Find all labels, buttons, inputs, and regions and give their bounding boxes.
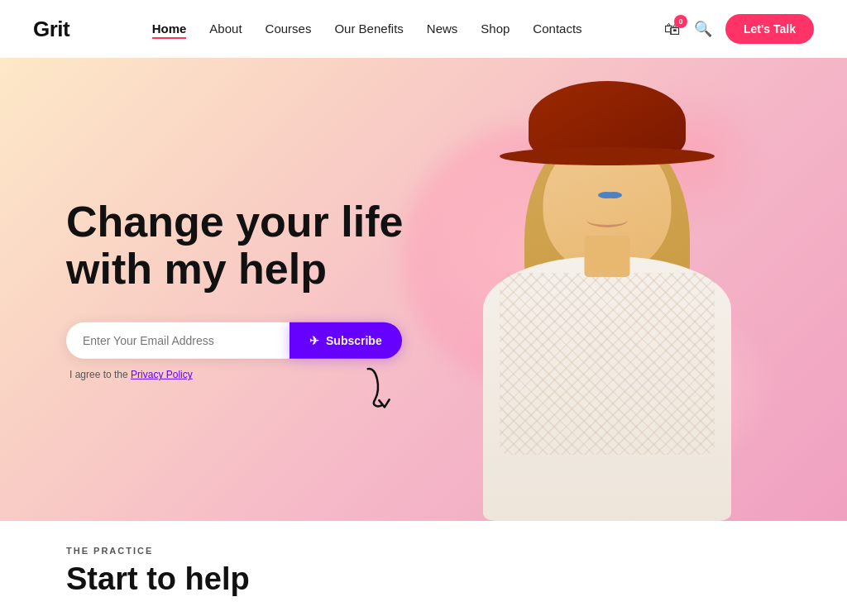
email-form: ✈ Subscribe [66,322,403,359]
nav-shop[interactable]: Shop [481,21,510,36]
search-icon[interactable]: 🔍 [694,20,712,38]
hero-person-image [433,91,781,521]
cart-badge: 0 [674,15,687,28]
privacy-notice: I agree to the Privacy Policy [69,369,403,380]
arrow-svg [352,360,426,420]
logo: Grit [33,17,69,42]
hero-section: Change your life with my help ✈ Subscrib… [0,58,847,521]
send-icon: ✈ [309,334,319,347]
nav-contacts[interactable]: Contacts [533,21,581,36]
lets-talk-button[interactable]: Let's Talk [725,14,814,44]
arrow-decoration [352,360,427,427]
subscribe-button[interactable]: ✈ Subscribe [290,322,402,359]
email-input[interactable] [66,322,290,359]
nav-home[interactable]: Home [152,21,187,39]
section-label: THE PRACTICE [66,546,781,556]
hero-title: Change your life with my help [66,198,403,293]
cart-icon[interactable]: 🛍 0 [664,20,681,39]
nav-courses[interactable]: Courses [266,21,312,36]
privacy-policy-link[interactable]: Privacy Policy [131,369,193,380]
bottom-section: THE PRACTICE Start to help [0,521,847,616]
section-heading: Start to help [66,562,781,597]
nav-benefits[interactable]: Our Benefits [334,21,403,36]
header: Grit Home About Courses Our Benefits New… [0,0,847,58]
nav-about[interactable]: About [209,21,242,36]
hero-content: Change your life with my help ✈ Subscrib… [66,198,403,380]
nav-news[interactable]: News [427,21,458,36]
main-nav: Home About Courses Our Benefits News Sho… [152,21,582,36]
header-actions: 🛍 0 🔍 Let's Talk [664,14,814,44]
